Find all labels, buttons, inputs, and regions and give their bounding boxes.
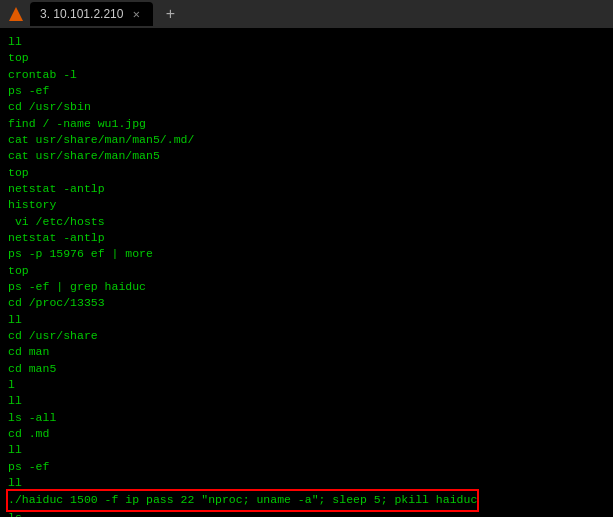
terminal-line: ll <box>8 442 605 458</box>
terminal-output: lltopcrontab -lps -efcd /usr/sbinfind / … <box>8 34 605 517</box>
terminal-line: ps -ef | grep haiduc <box>8 279 605 295</box>
terminal-line: ll <box>8 34 605 50</box>
terminal-line: cd /usr/share <box>8 328 605 344</box>
terminal-line: ll <box>8 312 605 328</box>
terminal-line: cat usr/share/man/man5 <box>8 148 605 164</box>
tab-close-button[interactable]: ✕ <box>129 7 143 21</box>
terminal-line: netstat -antlp <box>8 181 605 197</box>
terminal-line: vi /etc/hosts <box>8 214 605 230</box>
terminal-line: cat usr/share/man/man5/.md/ <box>8 132 605 148</box>
terminal-line: cd /proc/13353 <box>8 295 605 311</box>
active-tab[interactable]: 3. 10.101.2.210 ✕ <box>30 2 153 26</box>
terminal-line: cd man5 <box>8 361 605 377</box>
terminal-line: history <box>8 197 605 213</box>
terminal-line: ls -all <box>8 410 605 426</box>
terminal-line: l <box>8 377 605 393</box>
favicon-icon <box>9 7 23 21</box>
terminal-line: cd .md <box>8 426 605 442</box>
terminal-line: ll <box>8 393 605 409</box>
terminal-line: crontab -l <box>8 67 605 83</box>
terminal-line: cd /usr/sbin <box>8 99 605 115</box>
terminal-window: 3. 10.101.2.210 ✕ + lltopcrontab -lps -e… <box>0 0 613 517</box>
terminal-line: top <box>8 50 605 66</box>
new-tab-button[interactable]: + <box>159 3 181 25</box>
titlebar: 3. 10.101.2.210 ✕ + <box>0 0 613 28</box>
terminal-line: ps -ef <box>8 459 605 475</box>
terminal-line-haiduc-cmd: ./haiduc 1500 -f ip pass 22 "nproc; unam… <box>8 491 477 509</box>
terminal-line: netstat -antlp <box>8 230 605 246</box>
terminal-line: ps -p 15976 ef | more <box>8 246 605 262</box>
tab-title: 3. 10.101.2.210 <box>40 7 123 21</box>
terminal-line: ll <box>8 475 605 491</box>
terminal-line: top <box>8 165 605 181</box>
terminal-line: cd man <box>8 344 605 360</box>
terminal-line: ls <box>8 510 605 517</box>
terminal-line: find / -name wu1.jpg <box>8 116 605 132</box>
terminal-line: top <box>8 263 605 279</box>
terminal-line: ps -ef <box>8 83 605 99</box>
terminal-content: lltopcrontab -lps -efcd /usr/sbinfind / … <box>0 28 613 517</box>
favicon <box>8 6 24 22</box>
